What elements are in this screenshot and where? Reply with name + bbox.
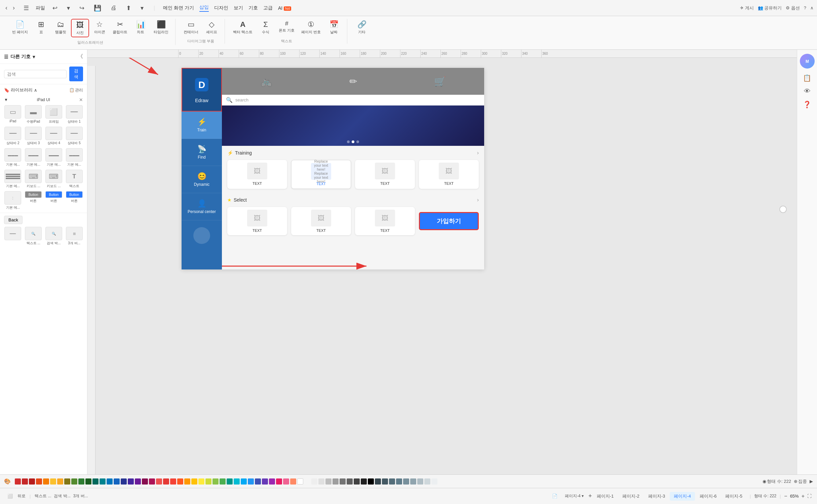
color-swatch[interactable]: [347, 478, 353, 485]
color-swatch[interactable]: [220, 478, 226, 485]
color-swatch[interactable]: [50, 478, 56, 485]
add-page-button[interactable]: +: [588, 493, 592, 500]
back-history-button[interactable]: ⬜: [5, 492, 15, 500]
color-swatch[interactable]: [198, 478, 204, 485]
color-swatch[interactable]: [191, 478, 197, 485]
palette-icon[interactable]: 🎨: [4, 478, 11, 485]
shape-search[interactable]: 🔍 텍스트 ...: [25, 227, 42, 246]
ipad-nav-find[interactable]: 📡 Find: [182, 139, 222, 166]
tool-template[interactable]: 🗂 템플릿: [51, 19, 70, 37]
color-swatch[interactable]: [262, 478, 268, 485]
shape-slider[interactable]: ━━━: [4, 227, 22, 246]
color-swatch[interactable]: [29, 478, 35, 485]
help-button[interactable]: ?: [804, 5, 806, 10]
canvas-area[interactable]: 0 20 40 60 80 100 120 140 160 180 200 22…: [87, 50, 797, 474]
tool-timeline[interactable]: ⬛ 타임라인: [151, 19, 171, 37]
color-swatch[interactable]: [255, 478, 261, 485]
color-swatch[interactable]: [333, 478, 339, 485]
page-tab-4[interactable]: 페이지-4: [670, 492, 695, 501]
ipad-nav-personal[interactable]: 👤 Personal center: [182, 193, 222, 220]
collapse-button[interactable]: ∧: [810, 5, 814, 10]
color-swatch[interactable]: [170, 478, 176, 485]
color-swatch[interactable]: [325, 478, 332, 485]
main-nav-label[interactable]: 메인 화면 가기: [163, 5, 194, 11]
shape-keyboard2[interactable]: ⌨ 키보드 ...: [45, 170, 63, 188]
redo-button[interactable]: ↪: [77, 3, 86, 13]
color-swatch[interactable]: [241, 478, 247, 485]
color-swatch[interactable]: [248, 478, 254, 485]
tool-font-symbol[interactable]: # 폰트 기호: [276, 19, 297, 36]
color-swatch[interactable]: [142, 478, 148, 485]
focus-button[interactable]: ⊕ 집중: [794, 478, 807, 485]
color-swatch[interactable]: [361, 478, 367, 485]
ipad-nav-train[interactable]: ⚡ Train: [182, 112, 222, 139]
tool-chart[interactable]: 📊 차트: [131, 19, 150, 37]
page-tab-2[interactable]: 페이지-2: [618, 492, 644, 501]
color-swatch[interactable]: [78, 478, 84, 485]
shape-3items[interactable]: ⊞ 3개 버...: [65, 227, 83, 246]
ai-menu[interactable]: AI hot: [278, 5, 291, 11]
shape-status4[interactable]: ━━━ 상태바 4: [45, 127, 63, 145]
undo-dropdown[interactable]: ▾: [65, 3, 72, 13]
view-panel-button[interactable]: 👁: [804, 87, 811, 95]
shape-btn1[interactable]: Button 버튼: [25, 191, 42, 210]
share-button[interactable]: 👥 공유하기: [758, 5, 782, 11]
color-swatch[interactable]: [297, 478, 303, 485]
color-swatch[interactable]: [276, 478, 282, 485]
shape-status3[interactable]: ━━━ 상태바 3: [25, 127, 42, 145]
color-swatch[interactable]: [311, 478, 317, 485]
back-button[interactable]: ‹: [3, 3, 9, 13]
shape-status5[interactable]: ━━━ 상태바 5: [65, 127, 83, 145]
color-swatch[interactable]: [43, 478, 49, 485]
color-swatch[interactable]: [304, 478, 310, 485]
hamburger-menu[interactable]: ☰: [22, 3, 30, 13]
sidebar-collapse-button[interactable]: 《: [78, 53, 83, 60]
options-button[interactable]: ⚙ 옵션: [786, 5, 800, 11]
color-swatch[interactable]: [354, 478, 360, 485]
view-menu[interactable]: 보기: [234, 5, 243, 11]
tool-page-number[interactable]: ① 페이지 번호: [299, 19, 323, 36]
color-swatch[interactable]: [227, 478, 233, 485]
shape-menu3[interactable]: ▬▬▬ 기본 메...: [45, 148, 63, 167]
color-swatch[interactable]: [205, 478, 211, 485]
shape-menu2[interactable]: ▬▬▬ 기본 메...: [25, 148, 42, 167]
insert-menu[interactable]: 삽입: [199, 4, 209, 12]
properties-panel-button[interactable]: 📋: [803, 74, 811, 82]
color-swatch[interactable]: [156, 478, 162, 485]
color-swatch[interactable]: [424, 478, 430, 485]
advanced-menu[interactable]: 고급: [263, 5, 273, 11]
zoom-in-button[interactable]: +: [802, 493, 805, 499]
shape-status2[interactable]: ━━━ 상태바 2: [4, 127, 22, 145]
back-button-sidebar[interactable]: Back: [4, 216, 23, 224]
color-swatch[interactable]: [410, 478, 416, 485]
shape-search2[interactable]: 🔍 검색 박...: [45, 227, 63, 246]
shape-menu5[interactable]: 기본 메...: [4, 170, 22, 188]
color-swatch[interactable]: [100, 478, 106, 485]
save-button[interactable]: 💾: [92, 3, 103, 13]
color-swatch[interactable]: [135, 478, 141, 485]
page-tab-5[interactable]: 페이지-5: [721, 492, 746, 501]
undo-button[interactable]: ↩: [50, 3, 60, 13]
color-swatch[interactable]: [36, 478, 42, 485]
search-button[interactable]: 검색: [69, 67, 83, 81]
shape-ipad[interactable]: ▭ iPad: [4, 105, 22, 124]
color-swatch[interactable]: [85, 478, 91, 485]
shape-text[interactable]: T 텍스트: [65, 170, 83, 188]
color-swatch[interactable]: [212, 478, 219, 485]
tool-shape[interactable]: ◇ 셰이프: [202, 19, 221, 36]
file-menu[interactable]: 파일: [36, 5, 45, 11]
color-swatch[interactable]: [375, 478, 381, 485]
color-swatch[interactable]: [64, 478, 70, 485]
shape-btn2[interactable]: Button 버튼: [45, 191, 63, 210]
color-swatch[interactable]: [15, 478, 21, 485]
fullscreen-button[interactable]: ⛶: [807, 494, 812, 499]
tool-photo[interactable]: 🖼 사진: [71, 19, 89, 37]
tool-vector-text[interactable]: A 벡터 텍스트: [230, 19, 255, 36]
tool-icon[interactable]: ☆ 아이콘: [90, 19, 109, 37]
shape-menu1[interactable]: ▬▬▬ 기본 메...: [4, 148, 22, 167]
tool-formula[interactable]: Σ 수식: [257, 19, 275, 36]
help-panel-button[interactable]: ❓: [803, 100, 811, 109]
color-swatch[interactable]: [269, 478, 275, 485]
color-swatch[interactable]: [290, 478, 296, 485]
color-swatch[interactable]: [431, 478, 437, 485]
